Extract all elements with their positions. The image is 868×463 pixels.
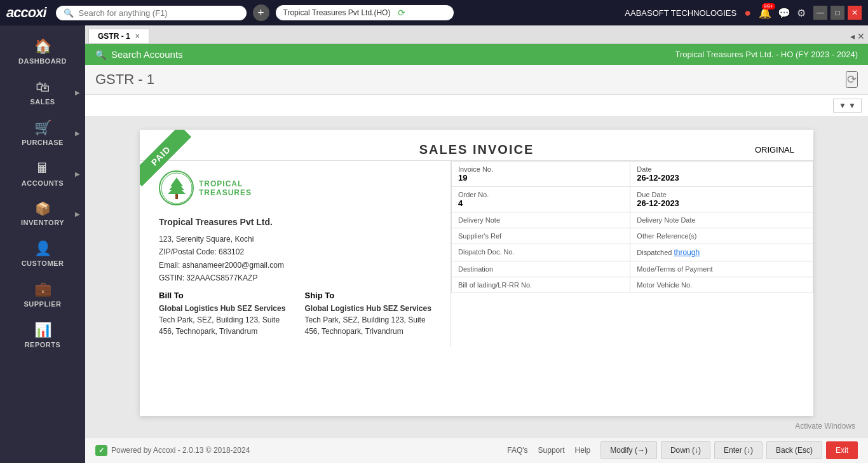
filter-input[interactable]	[92, 101, 833, 111]
close-button[interactable]: ✕	[848, 6, 862, 20]
sales-arrow-icon: ▶	[75, 89, 80, 96]
sidebar-item-customer[interactable]: 👤 CUSTOMER	[0, 234, 85, 273]
section-header: 🔍 Search Accounts Tropical Treasures Pvt…	[85, 44, 868, 65]
email-line: Email: ashanameer2000@gmail.com	[159, 259, 438, 272]
settings-icon[interactable]: ⚙	[797, 7, 806, 19]
powered-text: Powered by Accoxi - 2.0.13 © 2018-2024	[111, 446, 250, 455]
down-button[interactable]: Down (↓)	[661, 441, 710, 459]
sidebar-label-inventory: INVENTORY	[21, 219, 64, 226]
chat-icon[interactable]: 💬	[778, 7, 790, 19]
invoice-header: SALES INVOICE ORIGINAL	[140, 130, 813, 160]
sales-icon: 🛍	[36, 79, 50, 95]
motor-vehicle-cell: Motor Vehicle No.	[630, 277, 813, 293]
window-controls[interactable]: — □ ✕	[813, 6, 862, 20]
order-no-label: Order No.	[458, 191, 623, 198]
due-date-cell: Due Date 26-12-2023	[630, 187, 813, 212]
sidebar-item-dashboard[interactable]: 🏠 DASHBOARD	[0, 32, 85, 71]
tab-pin-button[interactable]: ◂	[850, 31, 855, 41]
search-input[interactable]	[79, 8, 231, 18]
faq-link[interactable]: FAQ's	[507, 446, 527, 455]
ship-to-section: Ship To Global Logistics Hub SEZ Service…	[305, 291, 438, 337]
invoice-no-cell: Invoice No. 19	[452, 162, 630, 187]
supplier-icon: 💼	[34, 281, 51, 298]
sidebar-label-supplier: SUPPLIER	[24, 300, 61, 308]
purchase-arrow-icon: ▶	[75, 130, 80, 137]
tab-gstr1[interactable]: GSTR - 1 ×	[88, 29, 149, 43]
company-info: Tropical Treasures Pvt Ltd. 123, Serenit…	[159, 215, 438, 284]
invoice-info-table: Invoice No. 19 Date 26-12-2023	[451, 161, 813, 293]
sidebar: 🏠 DASHBOARD 🛍 SALES ▶ 🛒 PURCHASE ▶ 🖩 ACC…	[0, 25, 85, 463]
inventory-icon: 📦	[35, 201, 51, 216]
support-link[interactable]: Support	[538, 446, 565, 455]
global-search-bar[interactable]: 🔍	[56, 6, 247, 20]
sidebar-item-inventory[interactable]: 📦 INVENTORY ▶	[0, 195, 85, 233]
delivery-note-date-cell: Delivery Note Date	[630, 212, 813, 228]
other-ref-cell: Other Reference(s)	[630, 228, 813, 244]
back-button[interactable]: Back (Esc)	[766, 441, 822, 459]
action-buttons: Modify (→) Down (↓) Enter (↓) Back (Esc)…	[600, 441, 858, 459]
reports-icon: 📊	[34, 322, 51, 338]
supplier-ref-cell: Supplier's Ref	[452, 228, 630, 244]
table-row-bill-lading: Bill of lading/LR-RR No. Motor Vehicle N…	[452, 277, 813, 293]
company-selector[interactable]: Tropical Treasures Pvt Ltd.(HO) ⟳	[276, 5, 454, 20]
tabbar-actions: ◂ ✕	[850, 31, 865, 41]
other-ref-label: Other Reference(s)	[637, 232, 806, 240]
table-row-order-no: Order No. 4 Due Date 26-12-2023	[452, 187, 813, 212]
tabbar: GSTR - 1 × ◂ ✕	[85, 25, 868, 44]
logo-text: TROPICAL TREASURES	[199, 179, 252, 197]
bill-ship-section: Bill To Global Logistics Hub SEZ Service…	[159, 291, 438, 337]
exit-button[interactable]: Exit	[826, 441, 858, 459]
company-main-name: Tropical Treasures Pvt Ltd.	[159, 215, 438, 230]
topbar-right: AABASOFT TECHNOLOGIES ● 🔔 99+ 💬 ⚙ — □ ✕	[625, 6, 862, 20]
order-no-value: 4	[458, 198, 623, 208]
address-line1: 123, Serenity Square, Kochi	[159, 233, 438, 245]
motor-vehicle-label: Motor Vehicle No.	[637, 281, 806, 289]
sidebar-item-reports[interactable]: 📊 REPORTS	[0, 315, 85, 355]
sidebar-label-reports: REPORTS	[25, 341, 61, 349]
notification-bell-wrapper[interactable]: 🔔 99+	[759, 7, 771, 19]
sidebar-item-purchase[interactable]: 🛒 PURCHASE ▶	[0, 113, 85, 153]
bill-lading-label: Bill of lading/LR-RR No.	[458, 281, 623, 289]
modify-button[interactable]: Modify (→)	[600, 441, 657, 459]
topbar: accoxi 🔍 + Tropical Treasures Pvt Ltd.(H…	[0, 0, 868, 25]
invoice-paper: PAID SALES INVOICE ORIGINAL	[140, 130, 813, 416]
maximize-button[interactable]: □	[831, 6, 844, 20]
dispatched-label: Dispatched	[637, 249, 674, 256]
dispatch-doc-label: Dispatch Doc. No.	[458, 248, 623, 256]
date-value: 26-12-2023	[637, 173, 806, 183]
enter-button[interactable]: Enter (↓)	[714, 441, 763, 459]
user-avatar-icon: ●	[744, 6, 751, 20]
destination-cell: Destination	[452, 261, 630, 277]
refresh-company-icon[interactable]: ⟳	[398, 8, 405, 18]
ship-address: Tech Park, SEZ, Building 123, Suite 456,…	[305, 314, 438, 337]
help-link[interactable]: Help	[575, 446, 591, 455]
page-title: GSTR - 1	[95, 71, 154, 88]
accounts-arrow-icon: ▶	[75, 170, 80, 177]
due-date-value: 26-12-2023	[637, 198, 806, 208]
inventory-arrow-icon: ▶	[75, 211, 80, 218]
accounts-icon: 🖩	[36, 160, 50, 177]
header-title: Search Accounts	[111, 49, 183, 60]
add-button[interactable]: +	[253, 4, 269, 21]
dispatched-through-link[interactable]: through	[674, 248, 700, 257]
sidebar-item-supplier[interactable]: 💼 SUPPLIER	[0, 275, 85, 314]
sidebar-label-accounts: ACCOUNTS	[22, 179, 64, 187]
tab-close-all-button[interactable]: ✕	[857, 31, 865, 41]
invoice-original-label: ORIGINAL	[635, 145, 794, 155]
paid-stamp-wrapper: PAID	[140, 130, 203, 193]
bill-address: Tech Park, SEZ, Building 123, Suite 456,…	[159, 314, 292, 337]
sidebar-item-accounts[interactable]: 🖩 ACCOUNTS ▶	[0, 154, 85, 193]
bill-to-label: Bill To	[159, 291, 292, 300]
minimize-button[interactable]: —	[813, 6, 827, 20]
page-refresh-button[interactable]: ⟳	[846, 71, 858, 88]
mode-terms-label: Mode/Terms of Payment	[637, 265, 806, 273]
bill-to-section: Bill To Global Logistics Hub SEZ Service…	[159, 291, 292, 337]
mode-terms-cell: Mode/Terms of Payment	[630, 261, 813, 277]
filter-button[interactable]: ▼ ▼	[833, 99, 862, 113]
tab-close-icon[interactable]: ×	[135, 32, 140, 41]
sidebar-item-sales[interactable]: 🛍 SALES ▶	[0, 73, 85, 112]
order-no-cell: Order No. 4	[452, 187, 630, 212]
tab-label: GSTR - 1	[98, 32, 130, 41]
bottombar-links[interactable]: FAQ's Support Help	[507, 446, 590, 455]
app-logo: accoxi	[6, 4, 46, 21]
